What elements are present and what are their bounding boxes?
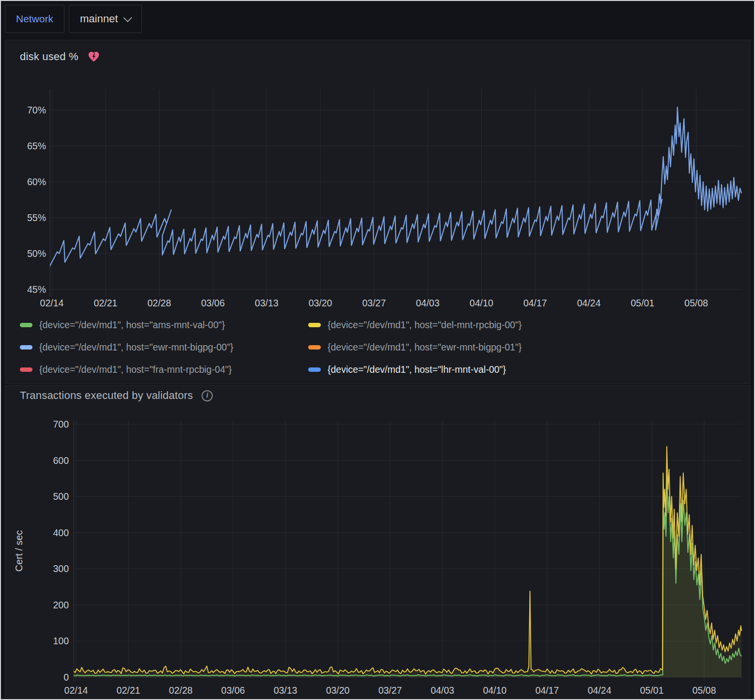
panel-title-transactions: Transactions executed by validators <box>20 389 193 402</box>
dashboard-variables-bar: Network mainnet <box>5 5 142 33</box>
y-axis-tick-label: 0 <box>63 672 69 683</box>
series-line <box>69 475 742 676</box>
legend-label: {device="/dev/md1", host="del-mnt-rpcbig… <box>328 319 522 331</box>
info-icon[interactable]: i <box>202 390 213 401</box>
x-axis-tick-label: 03/06 <box>201 298 225 308</box>
series-fill <box>69 446 742 677</box>
legend-item[interactable]: {device="/dev/md1", host="fra-mnt-rpcbig… <box>20 364 308 375</box>
legend-swatch-icon <box>308 345 321 350</box>
y-axis-tick-label: 600 <box>53 455 69 466</box>
x-axis-tick-label: 04/24 <box>577 298 601 308</box>
legend-label: {device="/dev/md1", host="lhr-mnt-val-00… <box>328 364 506 375</box>
panel-tx-header[interactable]: Transactions executed by validators i <box>20 389 213 402</box>
y-axis-tick-label: 65% <box>27 141 46 151</box>
y-axis-tick-label: 100 <box>53 636 69 646</box>
x-axis-tick-label: 05/01 <box>631 298 655 308</box>
y-axis-tick-label: 200 <box>53 600 69 610</box>
series-line <box>69 446 742 674</box>
x-axis-tick-label: 02/28 <box>169 685 193 696</box>
x-axis-tick-label: 02/28 <box>147 298 171 308</box>
legend-item[interactable]: {device="/dev/md1", host="ewr-mnt-bigpg-… <box>308 342 522 353</box>
panel-disk-header[interactable]: disk used % <box>20 50 100 63</box>
x-axis-tick-label: 05/08 <box>684 298 708 308</box>
disk-used-legend: {device="/dev/md1", host="ams-mnt-val-00… <box>20 314 737 381</box>
y-axis-tick-label: 300 <box>53 563 69 574</box>
x-axis-tick-label: 02/21 <box>117 685 141 696</box>
y-axis-tick-label: 55% <box>27 212 46 223</box>
x-axis-tick-label: 04/24 <box>588 685 612 696</box>
legend-label: {device="/dev/md1", host="ams-mnt-val-00… <box>39 319 225 331</box>
x-axis-tick-label: 04/17 <box>523 298 547 308</box>
chevron-down-icon <box>124 13 132 22</box>
legend-row: {device="/dev/md1", host="fra-mnt-rpcbig… <box>20 358 737 381</box>
legend-item[interactable]: {device="/dev/md1", host="ewr-mnt-bigpg-… <box>20 342 308 353</box>
network-variable-label: Network <box>5 5 64 33</box>
x-axis-tick-label: 04/17 <box>535 685 559 696</box>
x-axis-tick-label: 03/13 <box>274 685 298 696</box>
x-axis-tick-label: 04/10 <box>483 685 507 696</box>
network-variable-dropdown[interactable]: mainnet <box>69 5 142 33</box>
panel-transactions: Transactions executed by validators i Ce… <box>5 385 750 698</box>
x-axis-tick-label: 04/03 <box>416 298 440 308</box>
legend-swatch-icon <box>20 367 32 372</box>
legend-item[interactable]: {device="/dev/md1", host="ams-mnt-val-00… <box>20 319 308 331</box>
x-axis-tick-label: 05/01 <box>640 685 664 696</box>
legend-row: {device="/dev/md1", host="ams-mnt-val-00… <box>20 314 737 336</box>
x-axis-tick-label: 04/03 <box>431 685 455 696</box>
y-axis-tick-label: 60% <box>27 176 46 187</box>
legend-swatch-icon <box>20 345 32 350</box>
network-label-text: Network <box>16 13 53 25</box>
x-axis-tick-label: 03/27 <box>378 685 402 696</box>
legend-label: {device="/dev/md1", host="ewr-mnt-bigpg-… <box>328 342 522 353</box>
legend-label: {device="/dev/md1", host="fra-mnt-rpcbig… <box>39 364 232 375</box>
x-axis-tick-label: 02/14 <box>64 685 88 696</box>
y-axis-tick-label: 500 <box>53 491 69 502</box>
series-fill <box>69 475 742 677</box>
y-axis-tick-label: 45% <box>27 284 46 295</box>
legend-item[interactable]: {device="/dev/md1", host="del-mnt-rpcbig… <box>308 319 522 331</box>
grafana-dashboard: Network mainnet disk used % 45%50%55%60%… <box>0 0 755 700</box>
broken-heart-icon <box>87 50 100 63</box>
x-axis-tick-label: 03/06 <box>221 685 245 696</box>
y-axis-tick-label: 50% <box>27 248 46 259</box>
legend-swatch-icon <box>308 367 321 372</box>
x-axis-tick-label: 03/27 <box>362 298 386 308</box>
y-axis-tick-label: 400 <box>53 527 69 538</box>
x-axis-tick-label: 02/21 <box>94 298 117 308</box>
y-axis-tick-label: 70% <box>27 105 46 115</box>
legend-row: {device="/dev/md1", host="ewr-mnt-bigpg-… <box>20 336 737 358</box>
x-axis-tick-label: 03/20 <box>309 298 332 308</box>
series-line <box>49 107 741 267</box>
panel-disk-used: disk used % 45%50%55%60%65%70%02/1402/21… <box>5 40 750 384</box>
y-axis-tick-label: 700 <box>53 419 69 430</box>
panel-title-disk-used: disk used % <box>20 50 79 63</box>
x-axis-tick-label: 05/08 <box>692 685 716 696</box>
legend-label: {device="/dev/md1", host="ewr-mnt-bigpg-… <box>39 342 234 353</box>
x-axis-tick-label: 03/13 <box>255 298 279 308</box>
legend-item[interactable]: {device="/dev/md1", host="lhr-mnt-val-00… <box>308 364 506 375</box>
legend-swatch-icon <box>308 323 321 327</box>
x-axis-tick-label: 03/20 <box>326 685 350 696</box>
x-axis-tick-label: 02/14 <box>40 298 64 308</box>
network-value-text: mainnet <box>80 13 118 25</box>
transactions-chart[interactable]: 010020030040050060070002/1402/2102/2803/… <box>5 385 750 698</box>
x-axis-tick-label: 04/10 <box>470 298 493 308</box>
legend-swatch-icon <box>20 323 32 327</box>
